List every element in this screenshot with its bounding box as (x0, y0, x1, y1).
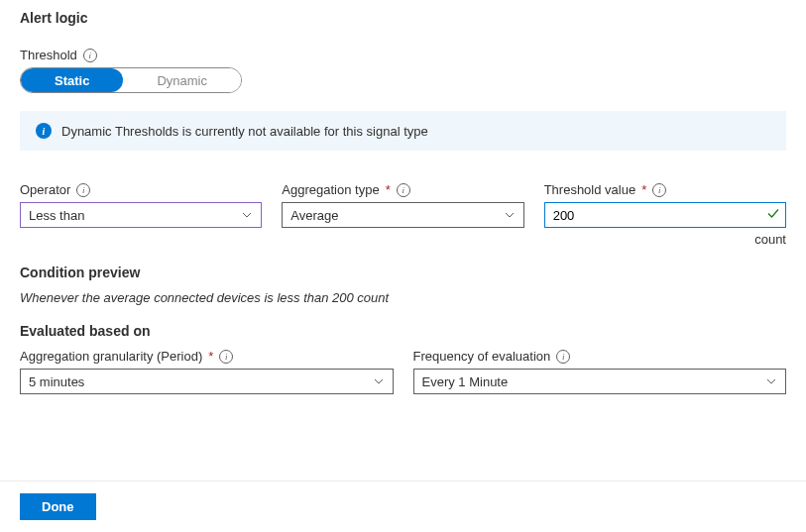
chevron-down-icon (241, 209, 253, 221)
info-banner: i Dynamic Thresholds is currently not av… (20, 111, 786, 151)
frequency-label: Frequency of evaluation i (413, 349, 787, 364)
aggregation-type-value: Average (290, 208, 338, 223)
threshold-label-text: Threshold (20, 48, 77, 62)
required-indicator: * (386, 182, 391, 197)
condition-preview-title: Condition preview (20, 265, 786, 280)
condition-preview-text: Whenever the average connected devices i… (20, 290, 786, 305)
threshold-value-label: Threshold value * i (544, 182, 786, 197)
granularity-label: Aggregation granularity (Period) * i (20, 349, 394, 364)
info-icon[interactable]: i (652, 183, 666, 197)
threshold-dynamic-pill[interactable]: Dynamic (123, 68, 241, 92)
chevron-down-icon (765, 375, 777, 387)
info-icon[interactable]: i (397, 183, 410, 197)
frequency-label-text: Frequency of evaluation (413, 349, 551, 364)
granularity-value: 5 minutes (29, 374, 84, 389)
threshold-value-unit: count (544, 232, 786, 247)
aggregation-type-select[interactable]: Average (282, 202, 523, 228)
operator-value: Less than (29, 208, 84, 223)
evaluated-title: Evaluated based on (20, 323, 786, 339)
operator-label-text: Operator (20, 182, 70, 197)
done-button[interactable]: Done (20, 493, 96, 520)
frequency-select[interactable]: Every 1 Minute (413, 369, 787, 394)
aggregation-type-label: Aggregation type * i (282, 182, 523, 197)
operator-label: Operator i (20, 182, 262, 197)
required-indicator: * (641, 182, 646, 197)
threshold-static-pill[interactable]: Static (21, 68, 123, 92)
required-indicator: * (208, 349, 213, 364)
chevron-down-icon (373, 375, 385, 387)
operator-select[interactable]: Less than (20, 202, 262, 228)
footer: Done (0, 480, 806, 532)
info-icon[interactable]: i (76, 183, 90, 197)
info-banner-text: Dynamic Thresholds is currently not avai… (61, 124, 428, 139)
threshold-value-input[interactable] (544, 202, 786, 228)
info-icon[interactable]: i (219, 350, 233, 364)
frequency-value: Every 1 Minute (422, 374, 509, 389)
threshold-toggle: Static Dynamic (20, 67, 242, 93)
aggregation-type-label-text: Aggregation type (282, 182, 379, 197)
chevron-down-icon (504, 209, 516, 221)
check-icon (766, 207, 780, 224)
granularity-select[interactable]: 5 minutes (20, 369, 394, 394)
info-icon[interactable]: i (83, 49, 97, 62)
granularity-label-text: Aggregation granularity (Period) (20, 349, 202, 364)
page-title: Alert logic (20, 10, 786, 26)
threshold-label: Threshold i (20, 48, 786, 62)
threshold-value-label-text: Threshold value (544, 182, 636, 197)
info-icon[interactable]: i (556, 350, 570, 364)
info-icon: i (36, 123, 52, 139)
